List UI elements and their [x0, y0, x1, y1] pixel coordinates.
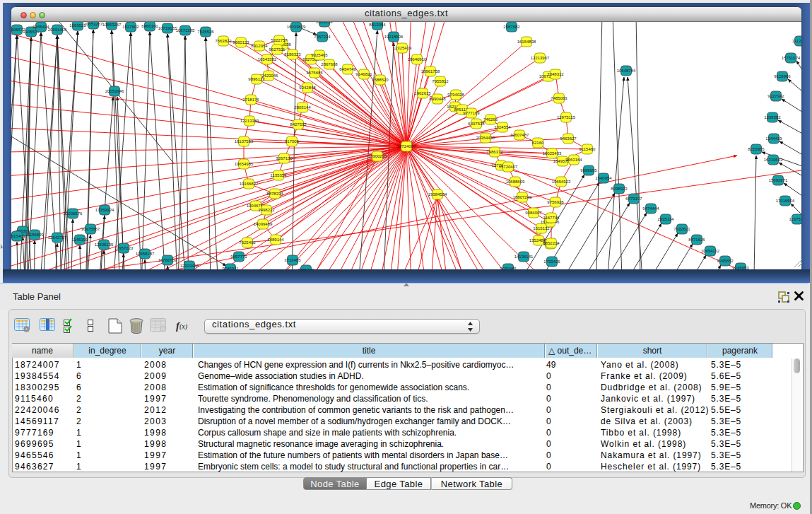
svg-text:10958187: 10958187	[136, 252, 155, 256]
svg-text:12975115: 12975115	[557, 115, 576, 119]
svg-text:9227342: 9227342	[767, 94, 784, 98]
svg-text:2718176: 2718176	[242, 98, 259, 102]
svg-text:7357224: 7357224	[314, 35, 331, 39]
svg-text:2867608: 2867608	[321, 62, 338, 66]
svg-text:9245652: 9245652	[717, 259, 734, 263]
svg-text:2935114: 2935114	[658, 217, 675, 221]
svg-text:10688609: 10688609	[506, 180, 525, 184]
svg-text:15692971: 15692971	[769, 178, 788, 182]
svg-text:16154838: 16154838	[517, 40, 536, 44]
svg-text:1209382: 1209382	[764, 115, 781, 119]
svg-text:18300295: 18300295	[368, 154, 387, 158]
svg-text:11156829: 11156829	[25, 233, 44, 237]
svg-text:12942757: 12942757	[48, 235, 67, 240]
svg-text:7515526: 7515526	[197, 30, 214, 34]
svg-text:10025433: 10025433	[543, 151, 562, 156]
svg-text:917006: 917006	[285, 139, 300, 144]
svg-text:3915401: 3915401	[11, 234, 25, 238]
svg-text:8471626: 8471626	[688, 238, 705, 242]
svg-text:20691406: 20691406	[48, 28, 67, 32]
svg-text:1244419: 1244419	[765, 136, 782, 141]
svg-text:12505135: 12505135	[95, 243, 114, 247]
svg-text:3716485: 3716485	[284, 258, 301, 262]
svg-text:3675685: 3675685	[306, 71, 323, 75]
svg-text:62160: 62160	[532, 141, 544, 145]
svg-text:10654112: 10654112	[701, 249, 720, 253]
svg-text:9463164: 9463164	[565, 158, 582, 162]
svg-text:16210643: 16210643	[764, 158, 783, 162]
svg-text:9146821: 9146821	[355, 72, 372, 76]
svg-text:18807249: 18807249	[513, 195, 532, 199]
svg-text:1498222: 1498222	[258, 208, 275, 212]
svg-text:7955812: 7955812	[432, 79, 449, 83]
svg-text:7485063: 7485063	[551, 96, 567, 100]
svg-text:9325465: 9325465	[311, 53, 328, 57]
svg-text:8813214: 8813214	[316, 22, 333, 24]
svg-text:7986372: 7986372	[486, 150, 503, 154]
svg-text:7663822: 7663822	[215, 39, 232, 43]
svg-text:9896122: 9896122	[248, 77, 265, 81]
svg-text:2687682: 2687682	[503, 25, 520, 29]
svg-text:16033809: 16033809	[287, 25, 306, 29]
svg-text:10553267: 10553267	[102, 23, 122, 27]
svg-text:10607487: 10607487	[510, 133, 529, 137]
svg-text:15720407: 15720407	[499, 165, 518, 169]
svg-text:10648784: 10648784	[617, 69, 636, 73]
svg-text:12213967: 12213967	[531, 56, 550, 60]
svg-text:7625402: 7625402	[239, 240, 256, 245]
svg-text:9660123: 9660123	[233, 40, 249, 45]
svg-text:7632621: 7632621	[673, 227, 690, 231]
svg-text:8878334: 8878334	[266, 192, 283, 196]
svg-text:8938923: 8938923	[611, 187, 628, 191]
svg-text:6497538: 6497538	[468, 122, 485, 126]
svg-text:8427532: 8427532	[290, 122, 307, 127]
svg-text:6466160: 6466160	[141, 24, 158, 28]
svg-text:(x): (x)	[180, 322, 188, 331]
svg-text:1489144: 1489144	[267, 238, 284, 242]
svg-text:8186323: 8186323	[284, 52, 301, 57]
svg-text:1640954: 1640954	[595, 176, 612, 180]
svg-text:2803144: 2803144	[294, 105, 311, 110]
svg-text:30975867: 30975867	[81, 227, 100, 231]
svg-text:12323448: 12323448	[180, 264, 199, 268]
svg-text:12325419: 12325419	[393, 46, 412, 50]
svg-text:19654985: 19654985	[235, 162, 254, 166]
svg-text:746266: 746266	[483, 117, 498, 122]
svg-text:8813054: 8813054	[369, 23, 386, 27]
svg-text:19218506: 19218506	[384, 35, 404, 39]
svg-text:1962615: 1962615	[414, 91, 431, 95]
svg-text:17957223: 17957223	[114, 246, 134, 250]
svg-text:14099489: 14099489	[254, 222, 273, 226]
svg-text:1733426: 1733426	[543, 259, 560, 264]
svg-text:7348312: 7348312	[547, 72, 564, 76]
svg-text:10653267: 10653267	[84, 22, 103, 26]
svg-text:5322757: 5322757	[271, 38, 288, 42]
svg-text:8215955: 8215955	[748, 147, 765, 151]
svg-text:19384554: 19384554	[428, 192, 447, 197]
svg-text:19654923: 19654923	[552, 180, 571, 184]
svg-text:14136141: 14136141	[514, 255, 534, 259]
svg-text:9242848: 9242848	[299, 86, 316, 90]
svg-text:8454749: 8454749	[339, 67, 356, 71]
svg-text:9777169: 9777169	[463, 111, 480, 115]
svg-text:18724007: 18724007	[397, 144, 416, 148]
svg-text:16961758: 16961758	[421, 69, 440, 74]
svg-text:9652214: 9652214	[543, 241, 560, 245]
svg-text:3267130: 3267130	[276, 156, 293, 160]
svg-text:9463627: 9463627	[560, 136, 577, 141]
svg-text:9084007: 9084007	[525, 211, 542, 215]
svg-text:16782759: 16782759	[158, 258, 177, 262]
svg-text:8990448: 8990448	[429, 97, 446, 101]
svg-text:1167746: 1167746	[543, 216, 560, 220]
svg-text:9627511: 9627511	[269, 47, 286, 52]
svg-text:20206576: 20206576	[64, 211, 83, 216]
svg-text:20364436: 20364436	[476, 136, 495, 140]
svg-text:1615132: 1615132	[533, 226, 550, 230]
svg-text:1135359: 1135359	[271, 173, 288, 177]
svg-text:12213389: 12213389	[240, 119, 259, 123]
svg-text:19166827: 19166827	[240, 182, 259, 186]
svg-text:9756928: 9756928	[547, 200, 564, 204]
svg-text:9657771: 9657771	[230, 255, 247, 259]
svg-text:1024554: 1024554	[494, 125, 511, 129]
svg-text:10719155: 10719155	[158, 26, 177, 30]
